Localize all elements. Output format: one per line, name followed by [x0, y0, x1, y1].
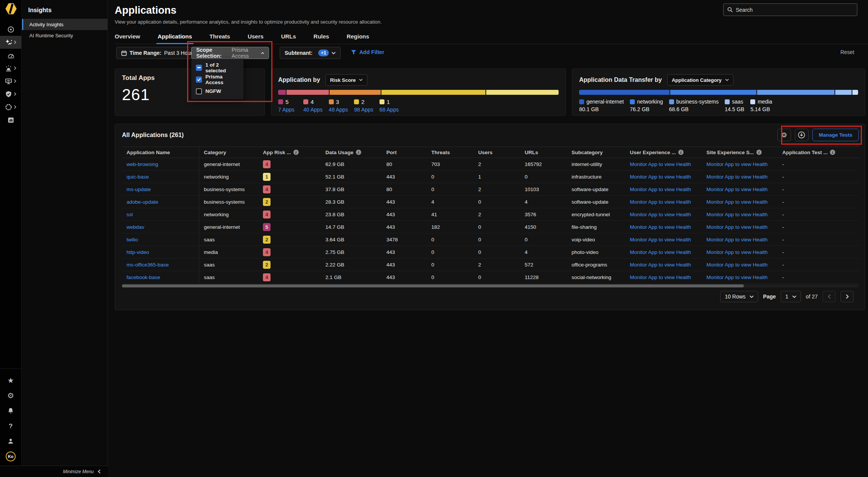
monitor-health-link[interactable]: Monitor App to view Health	[630, 174, 691, 180]
subtenant-filter[interactable]: Subtenant: +1	[280, 47, 341, 59]
previous-page-button[interactable]	[823, 291, 836, 302]
add-filter-button[interactable]: Add Filter	[351, 49, 384, 55]
monitor-health-link[interactable]: Monitor App to view Health	[630, 237, 691, 242]
scope-option-ngfw[interactable]: NGFW	[191, 85, 243, 97]
sidebar-item-activity-insights[interactable]: Activity Insights	[22, 19, 107, 30]
application-link[interactable]: webdav	[127, 224, 144, 230]
monitor-health-link[interactable]: Monitor App to view Health	[706, 224, 768, 230]
incidents-alerts-nav-item[interactable]	[0, 62, 21, 75]
application-link[interactable]: quic-base	[127, 174, 149, 180]
risk-apps-link[interactable]: 40 Apps	[303, 107, 323, 113]
column-header-name[interactable]: Application Name	[122, 147, 199, 158]
account-avatar-button[interactable]: Ko	[0, 449, 21, 464]
brand-logo[interactable]	[0, 0, 22, 18]
unchecked-checkbox[interactable]	[196, 88, 202, 94]
search-input[interactable]	[736, 7, 853, 13]
user-button[interactable]	[0, 434, 21, 449]
table-export-button[interactable]	[795, 129, 809, 141]
info-icon[interactable]: i	[756, 150, 762, 155]
monitor-health-link[interactable]: Monitor App to view Health	[706, 161, 768, 167]
workflows-nav-item[interactable]	[0, 75, 21, 88]
tab-rules[interactable]: Rules	[314, 31, 329, 44]
column-header-site_exp[interactable]: Site Experience S...i	[702, 147, 778, 158]
sidebar-item-ai-runtime-security[interactable]: AI Runtime Security	[22, 30, 107, 41]
risk-apps-link[interactable]: 48 Apps	[329, 107, 348, 113]
column-header-users[interactable]: Users	[474, 147, 520, 158]
next-page-button[interactable]	[841, 291, 854, 302]
activity-insights-nav-item[interactable]	[0, 36, 21, 49]
scrollbar-thumb[interactable]	[122, 284, 744, 287]
monitor-health-link[interactable]: Monitor App to view Health	[706, 199, 768, 205]
reports-nav-item[interactable]	[0, 113, 21, 126]
application-link[interactable]: web-browsing	[127, 161, 158, 167]
risk-apps-link[interactable]: 7 Apps	[278, 107, 297, 113]
scope-selection-filter[interactable]: Scope Selection: Prisma Access	[191, 47, 269, 59]
application-link[interactable]: facebook-base	[127, 274, 160, 280]
scope-option-prisma-access[interactable]: Prisma Access	[191, 73, 243, 85]
risk-dimension-select[interactable]: Risk Score	[325, 74, 367, 86]
info-icon[interactable]: i	[830, 150, 835, 155]
monitor-health-link[interactable]: Monitor App to view Health	[630, 249, 691, 255]
table-settings-button[interactable]: ⚙	[777, 129, 791, 141]
tab-users[interactable]: Users	[248, 31, 264, 44]
column-header-port[interactable]: Port	[382, 147, 427, 158]
tab-urls[interactable]: URLs	[281, 31, 296, 44]
command-center-nav-item[interactable]	[0, 23, 21, 36]
application-link[interactable]: ms-update	[127, 187, 151, 192]
column-header-risk[interactable]: App Risk ...i	[258, 147, 321, 158]
transfer-dimension-select[interactable]: Application Category	[667, 74, 733, 86]
monitor-nav-item[interactable]	[0, 49, 21, 62]
scope-option-summary[interactable]: 1 of 2 selected	[191, 62, 243, 73]
monitor-health-link[interactable]: Monitor App to view Health	[706, 174, 768, 180]
discovery-nav-item[interactable]	[0, 101, 21, 113]
tab-threats[interactable]: Threats	[210, 31, 230, 44]
reset-filters-button[interactable]: Reset	[840, 49, 854, 55]
table-horizontal-scrollbar[interactable]	[122, 284, 859, 287]
application-link[interactable]: adobe-update	[127, 199, 158, 205]
monitor-health-link[interactable]: Monitor App to view Health	[706, 237, 768, 242]
monitor-health-link[interactable]: Monitor App to view Health	[630, 212, 691, 217]
monitor-health-link[interactable]: Monitor App to view Health	[630, 224, 691, 230]
column-header-user_exp[interactable]: User Experience ...i	[625, 147, 702, 158]
column-header-subcategory[interactable]: Subcategory	[567, 147, 625, 158]
rows-per-page-select[interactable]: 10 Rows	[720, 291, 758, 302]
risk-apps-link[interactable]: 68 Apps	[380, 107, 399, 113]
monitor-health-link[interactable]: Monitor App to view Health	[630, 161, 691, 167]
application-link[interactable]: twilio	[127, 237, 138, 242]
info-icon[interactable]: i	[678, 150, 684, 155]
monitor-health-link[interactable]: Monitor App to view Health	[706, 274, 768, 280]
column-header-urls[interactable]: URLs	[520, 147, 567, 158]
application-link[interactable]: ms-office365-base	[127, 262, 169, 268]
monitor-health-link[interactable]: Monitor App to view Health	[706, 187, 768, 192]
risk-apps-link[interactable]: 98 Apps	[354, 107, 373, 113]
security-posture-nav-item[interactable]	[0, 88, 21, 101]
help-button[interactable]: ?	[0, 418, 21, 434]
application-link[interactable]: ssl	[127, 212, 133, 217]
column-header-threats[interactable]: Threats	[427, 147, 474, 158]
settings-button[interactable]: ⚙	[0, 388, 21, 403]
tab-overview[interactable]: Overview	[115, 31, 140, 44]
monitor-health-link[interactable]: Monitor App to view Health	[630, 274, 691, 280]
column-header-app_test[interactable]: Application Test ...i	[778, 147, 852, 158]
monitor-health-link[interactable]: Monitor App to view Health	[706, 262, 768, 268]
info-icon[interactable]: i	[356, 150, 361, 155]
column-header-category[interactable]: Category	[199, 147, 258, 158]
notifications-button[interactable]	[0, 403, 21, 418]
monitor-health-link[interactable]: Monitor App to view Health	[630, 187, 691, 192]
info-icon[interactable]: i	[293, 150, 299, 155]
tab-regions[interactable]: Regions	[347, 31, 369, 44]
column-header-data_usage[interactable]: Data Usagei	[321, 147, 382, 158]
monitor-health-link[interactable]: Monitor App to view Health	[630, 199, 691, 205]
checked-checkbox[interactable]	[196, 77, 202, 83]
monitor-health-link[interactable]: Monitor App to view Health	[706, 249, 768, 255]
page-number-select[interactable]: 1	[781, 291, 801, 302]
minimize-menu[interactable]: Minimize Menu	[0, 466, 108, 477]
monitor-health-link[interactable]: Monitor App to view Health	[630, 262, 691, 268]
indeterminate-checkbox[interactable]	[196, 65, 202, 71]
application-link[interactable]: http-video	[127, 249, 149, 255]
manage-tests-button[interactable]: Manage Tests	[812, 129, 859, 141]
global-search[interactable]	[723, 3, 857, 16]
monitor-health-link[interactable]: Monitor App to view Health	[706, 212, 768, 217]
tab-applications[interactable]: Applications	[158, 31, 192, 44]
favorites-button[interactable]: ★	[0, 373, 21, 388]
